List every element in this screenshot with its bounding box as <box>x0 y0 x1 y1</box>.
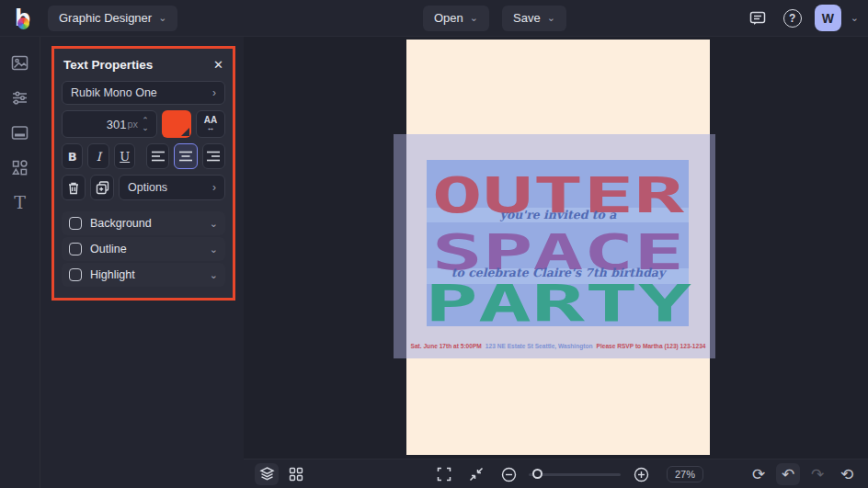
account-chevron-down-icon[interactable]: ⌄ <box>851 13 859 23</box>
undo-icon: ↶ <box>782 467 794 482</box>
zoom-out-button[interactable] <box>497 463 520 485</box>
chevron-down-icon: ⌄ <box>470 13 478 23</box>
font-family-selector[interactable]: Rubik Mono One › <box>62 81 225 105</box>
trash-icon <box>67 181 80 195</box>
sidebar-item-graphics-shapes[interactable] <box>9 156 31 178</box>
befunky-logo-icon[interactable]: b <box>9 5 37 32</box>
help-icon[interactable]: ? <box>780 6 805 31</box>
chevron-down-icon[interactable]: ⌄ <box>210 270 218 280</box>
poster-script-line-1[interactable]: you're invited to a <box>406 208 710 221</box>
grid-icon <box>289 467 303 482</box>
panel-title: Text Properties <box>63 58 153 72</box>
zoom-level-badge[interactable]: 27% <box>667 466 703 482</box>
open-button[interactable]: Open ⌄ <box>423 6 489 31</box>
chevron-down-icon[interactable]: ⌄ <box>210 244 218 255</box>
background-toggle-row[interactable]: Background ⌄ <box>62 211 225 235</box>
align-center-icon <box>178 150 193 163</box>
history-button[interactable]: ⟲ <box>835 463 859 485</box>
fullscreen-button[interactable] <box>432 463 456 485</box>
duplicate-button[interactable] <box>90 175 114 200</box>
zoom-slider-handle[interactable] <box>532 469 542 479</box>
text-color-swatch[interactable] <box>162 110 191 138</box>
minus-circle-icon <box>501 467 517 482</box>
outline-toggle-row[interactable]: Outline ⌄ <box>62 237 225 261</box>
sidebar-item-image-manager[interactable] <box>9 51 31 74</box>
delete-button[interactable] <box>62 175 86 200</box>
app-window: b Graphic Designer ⌄ Open ⌄ Save ⌄ <box>0 0 868 488</box>
swatch-fold-icon <box>181 128 189 136</box>
app-mode-label: Graphic Designer <box>59 11 152 25</box>
highlight-toggle-row[interactable]: Highlight ⌄ <box>62 263 225 287</box>
bottom-toolbar: 27% ⟳ ↶ ↷ ⟲ <box>244 459 868 488</box>
italic-button[interactable]: I <box>87 143 108 169</box>
undo-button[interactable]: ↶ <box>776 463 800 485</box>
refresh-icon: ⟳ <box>752 467 765 482</box>
bold-button[interactable]: B <box>62 143 83 169</box>
sidebar-item-edit-adjust[interactable] <box>9 86 31 108</box>
stepper-down-icon[interactable]: ⌄ <box>142 124 149 131</box>
fullscreen-icon <box>437 467 451 482</box>
tool-sidebar: T <box>0 37 40 488</box>
horizontal-arrows-icon: ↔ <box>207 124 215 132</box>
font-size-stepper[interactable]: ⌃ ⌄ <box>138 117 153 131</box>
chevron-down-icon[interactable]: ⌄ <box>210 219 218 229</box>
text-properties-panel: Text Properties ✕ Rubik Mono One › 301 p… <box>51 46 235 301</box>
top-bar: b Graphic Designer ⌄ Open ⌄ Save ⌄ <box>0 0 868 37</box>
align-left-icon <box>151 150 166 163</box>
options-dropdown[interactable]: Options › <box>119 175 225 200</box>
duplicate-icon <box>96 181 109 195</box>
chevron-right-icon: › <box>212 86 216 99</box>
underline-button[interactable]: U <box>114 143 135 169</box>
align-left-button[interactable] <box>146 143 169 169</box>
pages-grid-button[interactable] <box>284 463 308 485</box>
background-checkbox[interactable] <box>69 217 82 230</box>
close-icon[interactable]: ✕ <box>213 58 223 72</box>
font-size-input[interactable]: 301 px ⌃ ⌄ <box>62 110 157 138</box>
canvas-viewport[interactable]: OUTER you're invited to a SPACE to celeb… <box>244 37 868 459</box>
layers-button[interactable] <box>255 463 279 485</box>
feedback-chat-icon[interactable] <box>745 6 771 31</box>
highlight-checkbox[interactable] <box>69 268 82 281</box>
poster-title-line-3[interactable]: PARTY <box>297 278 819 329</box>
fit-to-screen-icon <box>469 467 484 482</box>
sidebar-item-text-tool[interactable]: T <box>9 191 31 213</box>
redo-icon: ↷ <box>811 467 824 482</box>
outline-checkbox[interactable] <box>69 243 82 255</box>
zoom-slider[interactable] <box>529 473 621 476</box>
user-avatar[interactable]: W <box>815 5 841 31</box>
align-right-icon <box>206 150 221 163</box>
layers-icon <box>259 466 275 482</box>
chevron-down-icon: ⌄ <box>547 13 555 23</box>
poster-details-line[interactable]: Sat. June 17th at 5:00PM123 NE Estate St… <box>406 343 710 349</box>
redo-button[interactable]: ↷ <box>805 463 829 485</box>
save-button[interactable]: Save ⌄ <box>502 6 566 31</box>
history-icon: ⟲ <box>840 467 853 482</box>
app-mode-dropdown[interactable]: Graphic Designer ⌄ <box>48 6 177 31</box>
align-right-button[interactable] <box>202 143 225 169</box>
color-wheel-icon <box>17 17 29 29</box>
panel-area: Text Properties ✕ Rubik Mono One › 301 p… <box>40 37 244 488</box>
font-name: Rubik Mono One <box>71 86 157 99</box>
fit-to-screen-button[interactable] <box>464 463 488 485</box>
sidebar-item-templates[interactable] <box>9 121 31 143</box>
align-center-button[interactable] <box>174 143 197 169</box>
file-actions: Open ⌄ Save ⌄ <box>423 6 566 31</box>
zoom-in-button[interactable] <box>629 463 653 485</box>
chevron-right-icon: › <box>212 181 216 194</box>
letter-spacing-button[interactable]: AA ↔ <box>196 110 225 138</box>
plus-circle-icon <box>634 467 649 482</box>
top-right-actions: ? W ⌄ <box>745 5 859 31</box>
chevron-down-icon: ⌄ <box>158 13 166 23</box>
reset-button[interactable]: ⟳ <box>747 463 771 485</box>
